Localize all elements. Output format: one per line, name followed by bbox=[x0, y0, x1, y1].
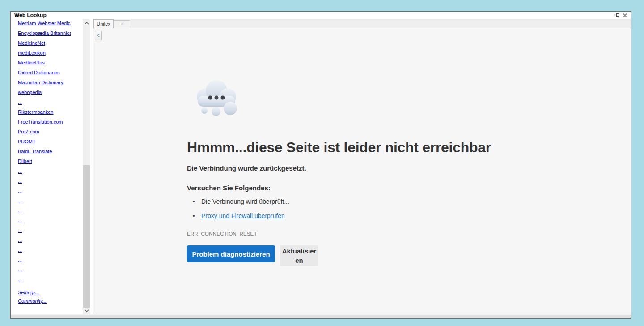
window-bottom-edge bbox=[11, 314, 631, 318]
dictionary-link[interactable]: ... bbox=[18, 247, 22, 253]
new-tab-button[interactable]: + bbox=[114, 20, 130, 28]
list-item: ... bbox=[18, 97, 71, 107]
dictionary-link[interactable]: Oxford Dictionaries bbox=[18, 70, 60, 75]
list-item: mediLexikon bbox=[18, 47, 71, 57]
dictionary-link[interactable]: mediLexikon bbox=[18, 50, 46, 56]
dictionary-link[interactable]: ProZ.com bbox=[18, 129, 39, 134]
suggestion-list: Die Verbindung wird überprüft... Proxy u… bbox=[187, 197, 289, 226]
suggestion-item: Proxy und Firewall überprüfen bbox=[187, 212, 289, 220]
dictionary-link[interactable]: Merriam-Webster Medica bbox=[18, 21, 71, 26]
close-icon[interactable] bbox=[621, 13, 629, 19]
dictionary-link[interactable]: Baidu Translate bbox=[18, 149, 52, 154]
dictionary-link[interactable]: ... bbox=[18, 198, 22, 203]
proxy-firewall-link[interactable]: Proxy und Firewall überprüfen bbox=[201, 212, 285, 219]
dictionary-sidebar: Merriam-Webster Medica Encyclopædia Brit… bbox=[11, 19, 83, 314]
dictionary-link[interactable]: FreeTranslation.com bbox=[18, 119, 63, 124]
list-item: Macmillan Dictionary bbox=[18, 77, 71, 87]
dictionary-link[interactable]: ... bbox=[18, 227, 22, 233]
dictionary-link-list: Merriam-Webster Medica Encyclopædia Brit… bbox=[11, 19, 83, 284]
dictionary-link[interactable]: ... bbox=[18, 267, 22, 272]
error-code: ERR_CONNECTION_RESET bbox=[187, 231, 257, 236]
web-lookup-window: Web Lookup Merriam-Webster Medica Encycl… bbox=[10, 11, 631, 319]
thinking-cloud-icon bbox=[193, 79, 240, 118]
list-item: ... bbox=[18, 166, 71, 176]
dictionary-link[interactable]: ... bbox=[18, 188, 22, 193]
tab-strip: Unilex + bbox=[93, 19, 631, 28]
scrollbar-thumb[interactable] bbox=[83, 165, 90, 308]
dictionary-link[interactable]: MedicineNet bbox=[18, 40, 45, 46]
list-item: Encyclopædia Britannica bbox=[18, 28, 71, 38]
dictionary-link[interactable]: ... bbox=[18, 99, 22, 105]
diagnose-problem-button[interactable]: Problem diagnostizieren bbox=[187, 245, 275, 262]
dictionary-link[interactable]: ... bbox=[18, 237, 22, 243]
dictionary-link[interactable]: Dilbert bbox=[18, 159, 32, 164]
back-button[interactable]: < bbox=[95, 31, 102, 40]
community-link[interactable]: Community... bbox=[18, 298, 47, 304]
list-item: Community... bbox=[18, 296, 71, 305]
window-title: Web Lookup bbox=[14, 12, 613, 19]
list-item: webopedia bbox=[18, 87, 71, 97]
dictionary-link[interactable]: ... bbox=[18, 208, 22, 213]
dictionary-link[interactable]: webopedia bbox=[18, 90, 42, 95]
dictionary-link[interactable]: Encyclopædia Britannica bbox=[18, 30, 71, 36]
tab-unilex[interactable]: Unilex bbox=[93, 19, 114, 28]
error-subtitle: Die Verbindung wurde zurückgesetzt. bbox=[187, 164, 306, 172]
list-item: ... bbox=[18, 225, 71, 235]
list-item: ... bbox=[18, 215, 71, 225]
browser-pane: Unilex + < bbox=[93, 19, 631, 314]
refresh-button[interactable]: Aktualisieren bbox=[280, 245, 318, 266]
list-item: FreeTranslation.com bbox=[18, 116, 71, 126]
dictionary-link[interactable]: MedlinePlus bbox=[18, 60, 45, 65]
list-item: ... bbox=[18, 205, 71, 215]
list-item: Oxford Dictionaries bbox=[18, 67, 71, 77]
suggestion-text: Die Verbindung wird überprüft... bbox=[201, 198, 289, 205]
list-item: ... bbox=[18, 264, 71, 274]
browser-content: < bbox=[93, 28, 631, 314]
dictionary-link[interactable]: ... bbox=[18, 218, 22, 223]
dictionary-link[interactable]: PROMT bbox=[18, 139, 36, 144]
list-item: ... bbox=[18, 176, 71, 185]
suggestions-heading: Versuchen Sie Folgendes: bbox=[187, 184, 271, 192]
chevron-up-icon[interactable] bbox=[83, 19, 90, 27]
list-item: Dilbert bbox=[18, 156, 71, 166]
error-title: Hmmm...diese Seite ist leider nicht erre… bbox=[187, 139, 491, 156]
list-item: Settings... bbox=[18, 287, 71, 296]
list-item: Merriam-Webster Medica bbox=[18, 19, 71, 28]
chevron-down-icon[interactable] bbox=[83, 307, 90, 314]
error-actions: Problem diagnostizieren Aktualisieren bbox=[187, 245, 318, 266]
dictionary-link[interactable]: Macmillan Dictionary bbox=[18, 80, 63, 85]
settings-link[interactable]: Settings... bbox=[18, 290, 40, 295]
list-item: ... bbox=[18, 185, 71, 195]
list-item: ... bbox=[18, 244, 71, 254]
list-item: ... bbox=[18, 235, 71, 244]
pin-icon[interactable] bbox=[613, 13, 621, 19]
suggestion-item: Die Verbindung wird überprüft... bbox=[187, 197, 289, 206]
dictionary-link[interactable]: ... bbox=[18, 178, 22, 184]
list-item: ... bbox=[18, 254, 71, 264]
title-bar: Web Lookup bbox=[11, 12, 631, 19]
list-item: ... bbox=[18, 274, 71, 284]
dictionary-link[interactable]: ... bbox=[18, 277, 22, 282]
dictionary-link[interactable]: ... bbox=[18, 257, 22, 262]
list-item: Rikstermbanken bbox=[18, 107, 71, 116]
list-item: MedicineNet bbox=[18, 38, 71, 47]
list-item: ProZ.com bbox=[18, 126, 71, 136]
sidebar-footer: Settings... Community... bbox=[11, 287, 83, 305]
list-item: MedlinePlus bbox=[18, 57, 71, 67]
list-item: PROMT bbox=[18, 136, 71, 146]
dictionary-link[interactable]: ... bbox=[18, 168, 22, 174]
list-item: Baidu Translate bbox=[18, 146, 71, 156]
dictionary-link[interactable]: Rikstermbanken bbox=[18, 109, 53, 115]
list-item: ... bbox=[18, 195, 71, 205]
sidebar-scrollbar[interactable] bbox=[83, 19, 90, 314]
